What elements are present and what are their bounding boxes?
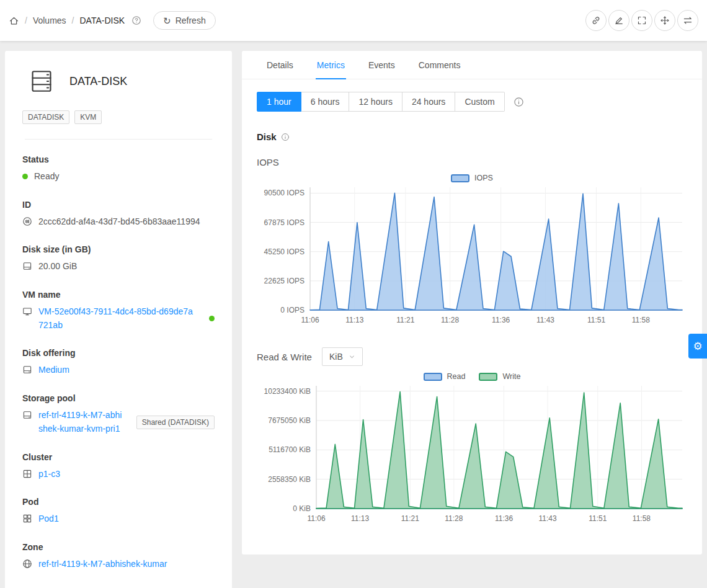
- field-value-storage-pool[interactable]: ref-trl-4119-k-M7-abhishek-kumar-kvm-pri…: [38, 409, 125, 435]
- migrate-volume-button[interactable]: [677, 10, 698, 31]
- svg-text:11:51: 11:51: [589, 514, 607, 523]
- resource-title: DATA-DISK: [69, 75, 127, 88]
- field-storage-pool: Storage poolref-trl-4119-k-M7-abhishek-k…: [22, 393, 215, 435]
- svg-text:11:51: 11:51: [587, 316, 605, 324]
- link-icon: [591, 16, 601, 25]
- svg-text:22625 IOPS: 22625 IOPS: [264, 277, 305, 285]
- svg-text:11:06: 11:06: [307, 514, 325, 523]
- range-1-hour[interactable]: 1 hour: [257, 92, 301, 112]
- field-id: ID2ccc62dd-af4a-43d7-bd45-6b83aae11994: [22, 200, 215, 229]
- tab-events[interactable]: Events: [367, 51, 396, 79]
- legend-swatch: [479, 373, 497, 381]
- iops-chart-svg: 0 IOPS22625 IOPS45250 IOPS67875 IOPS9050…: [257, 180, 687, 330]
- tab-details[interactable]: Details: [265, 51, 295, 79]
- chevron-down-icon: [349, 354, 355, 360]
- svg-text:11:43: 11:43: [536, 316, 554, 324]
- vm-running-dot: [209, 316, 215, 321]
- resource-tags: DATADISKKVM: [22, 110, 215, 124]
- svg-text:11:21: 11:21: [401, 514, 419, 523]
- gear-icon: ⚙: [693, 340, 702, 353]
- unit-select[interactable]: KiB: [322, 347, 363, 366]
- field-value-row: ref-trl-4119-k-M7-abhishek-kumar: [22, 558, 215, 571]
- field-pod: PodPod1: [22, 497, 215, 526]
- field-vm-name: VM nameVM-52e00f43-7911-4dc4-85bd-d69de7…: [22, 290, 215, 332]
- legend-swatch: [424, 373, 442, 381]
- svg-text:11:21: 11:21: [396, 316, 414, 324]
- readwrite-chart-label: Read & Write: [257, 352, 312, 362]
- field-value-status: Ready: [34, 170, 59, 184]
- resource-tag: DATADISK: [22, 110, 69, 124]
- field-label: Disk offering: [22, 348, 215, 358]
- swap-arrows-icon: [683, 16, 693, 25]
- shared-chip: Shared (DATADISK): [136, 416, 215, 429]
- range-12-hours[interactable]: 12 hours: [349, 92, 402, 112]
- breadcrumb-volumes[interactable]: Volumes: [33, 16, 66, 25]
- field-label: Status: [22, 154, 215, 164]
- legend-item-write[interactable]: Write: [479, 372, 520, 381]
- svg-text:11:28: 11:28: [445, 514, 463, 523]
- field-value-cluster[interactable]: p1-c3: [38, 468, 60, 481]
- copy-link-button[interactable]: [585, 10, 607, 31]
- resource-tag: KVM: [74, 110, 102, 124]
- home-icon[interactable]: [9, 16, 19, 26]
- field-value-id: 2ccc62dd-af4a-43d7-bd45-6b83aae11994: [38, 215, 200, 229]
- disk-info-icon[interactable]: [281, 133, 290, 141]
- range-custom[interactable]: Custom: [455, 92, 504, 112]
- resource-info-card: DATA-DISK DATADISKKVM StatusReadyID2ccc6…: [5, 51, 232, 588]
- unit-select-value: KiB: [329, 352, 343, 362]
- svg-text:11:13: 11:13: [345, 316, 363, 324]
- field-label: Zone: [22, 542, 215, 552]
- edit-button[interactable]: [608, 10, 629, 31]
- iops-chart-label: IOPS: [257, 157, 687, 167]
- legend-item-read[interactable]: Read: [424, 372, 466, 381]
- disk-section-header: Disk: [257, 131, 687, 142]
- field-value-row: ref-trl-4119-k-M7-abhishek-kumar-kvm-pri…: [22, 409, 215, 435]
- svg-text:11:13: 11:13: [351, 514, 369, 523]
- breadcrumb-separator: /: [72, 16, 74, 25]
- breadcrumb-separator: /: [25, 16, 27, 25]
- field-value-zone[interactable]: ref-trl-4119-k-M7-abhishek-kumar: [38, 558, 167, 571]
- svg-text:11:36: 11:36: [492, 316, 510, 324]
- resource-header: DATA-DISK: [22, 68, 215, 94]
- field-value-pod[interactable]: Pod1: [38, 512, 59, 526]
- svg-text:5116700 KiB: 5116700 KiB: [269, 445, 311, 454]
- field-value-row: 20.00 GiB: [22, 260, 215, 274]
- svg-text:11:58: 11:58: [633, 514, 651, 523]
- svg-text:45250 IOPS: 45250 IOPS: [264, 247, 305, 256]
- svg-text:11:36: 11:36: [495, 514, 513, 523]
- field-value-row: p1-c3: [22, 468, 215, 481]
- field-status: StatusReady: [22, 154, 215, 184]
- help-icon[interactable]: [131, 16, 141, 25]
- legend-label: IOPS: [474, 174, 493, 182]
- refresh-button[interactable]: ↻ Refresh: [153, 11, 216, 30]
- svg-text:7675050 KiB: 7675050 KiB: [268, 416, 311, 425]
- field-value-row: Pod1: [22, 512, 215, 526]
- legend-item-iops[interactable]: IOPS: [451, 174, 493, 182]
- tab-comments[interactable]: Comments: [417, 51, 462, 79]
- range-6-hours[interactable]: 6 hours: [301, 92, 350, 112]
- field-value-vm-name[interactable]: VM-52e00f43-7911-4dc4-85bd-d69de7a721ab: [38, 305, 193, 332]
- desktop-icon: [22, 306, 32, 316]
- field-value-row: VM-52e00f43-7911-4dc4-85bd-d69de7a721ab: [22, 305, 215, 332]
- volume-icon: [29, 68, 55, 94]
- detail-card: DetailsMetricsEventsComments 1 hour6 hou…: [242, 51, 702, 555]
- time-range-info-icon[interactable]: [514, 97, 524, 107]
- expand-icon: [637, 16, 647, 25]
- move-volume-button[interactable]: [654, 10, 675, 31]
- cluster-icon: [22, 469, 32, 479]
- field-label: Cluster: [22, 452, 215, 462]
- field-label: ID: [22, 200, 215, 210]
- settings-fab[interactable]: ⚙: [688, 334, 707, 359]
- time-range-row: 1 hour6 hours12 hours24 hoursCustom: [257, 92, 687, 112]
- barcode-icon: [22, 216, 32, 226]
- legend-label: Read: [447, 372, 466, 381]
- divider: [25, 139, 212, 140]
- status-dot: [22, 174, 28, 179]
- resize-volume-button[interactable]: [631, 10, 652, 31]
- svg-text:11:28: 11:28: [441, 316, 459, 324]
- legend-swatch: [451, 174, 469, 182]
- top-header: / Volumes / DATA-DISK ↻ Refresh: [0, 0, 707, 41]
- field-value-disk-offering[interactable]: Medium: [38, 363, 69, 377]
- tab-metrics[interactable]: Metrics: [316, 51, 346, 79]
- range-24-hours[interactable]: 24 hours: [402, 92, 455, 112]
